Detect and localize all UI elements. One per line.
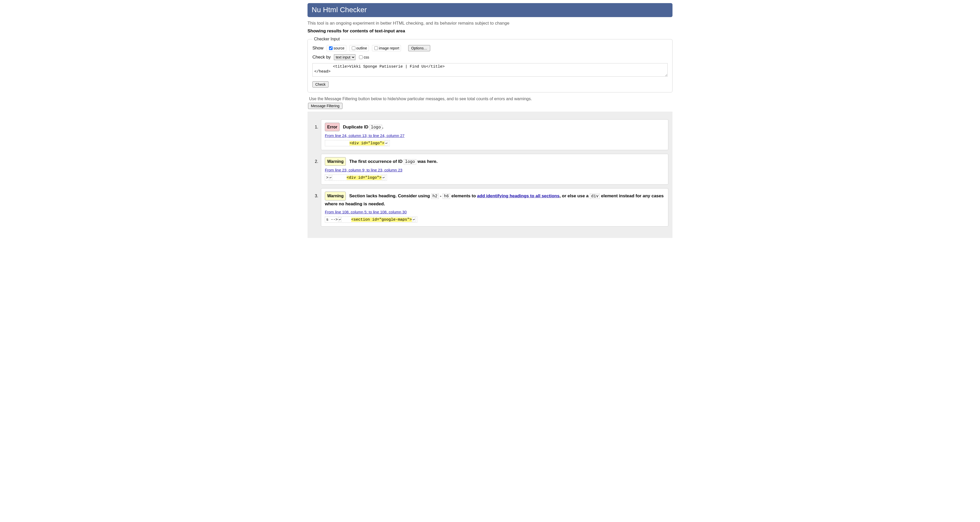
message-extract: <div id="logo">↩ xyxy=(325,140,390,146)
source-checkbox[interactable] xyxy=(329,46,332,50)
message-filtering-button[interactable]: Message Filtering xyxy=(308,103,342,109)
image-report-checkbox[interactable] xyxy=(374,46,378,50)
checker-input-legend: Checker Input xyxy=(312,37,341,41)
message-help-link[interactable]: add identifying headings to all sections xyxy=(477,193,559,198)
results-panel: Error Duplicate ID logo.From line 24, co… xyxy=(307,111,673,238)
warning-badge: Warning xyxy=(325,157,346,166)
source-checkbox-label: source xyxy=(334,46,345,50)
message-heading: Warning The first occurrence of ID logo … xyxy=(325,157,665,166)
source-checkbox-wrap[interactable]: source xyxy=(327,45,346,51)
show-row: Show source outline image report Options… xyxy=(312,45,668,51)
css-checkbox[interactable] xyxy=(359,56,363,59)
code-chip: logo xyxy=(404,159,416,164)
check-button[interactable]: Check xyxy=(312,81,328,88)
check-by-label: Check by xyxy=(312,55,331,60)
filter-note: Use the Message Filtering button below t… xyxy=(309,97,673,101)
options-button[interactable]: Options… xyxy=(408,45,430,51)
message-extract: s -->↩ <section id="google-maps">↩ xyxy=(325,216,417,223)
image-report-checkbox-wrap[interactable]: image report xyxy=(372,45,401,51)
outline-checkbox[interactable] xyxy=(352,46,355,50)
code-chip: h2 xyxy=(431,194,439,199)
error-badge: Error xyxy=(325,123,340,131)
outline-checkbox-wrap[interactable]: outline xyxy=(350,45,369,51)
outline-checkbox-label: outline xyxy=(356,46,367,50)
check-by-row: Check by text input css xyxy=(312,54,668,60)
message-item: Warning The first occurrence of ID logo … xyxy=(320,154,668,185)
show-label: Show xyxy=(312,46,324,51)
message-list: Error Duplicate ID logo.From line 24, co… xyxy=(312,119,668,226)
page-banner: Nu Html Checker xyxy=(307,3,673,17)
message-item: Error Duplicate ID logo.From line 24, co… xyxy=(320,119,668,150)
message-location-link[interactable]: From line 24, column 13; to line 24, col… xyxy=(325,133,404,138)
message-location-link[interactable]: From line 23, column 9; to line 23, colu… xyxy=(325,168,402,172)
code-chip: div xyxy=(590,194,600,199)
warning-badge: Warning xyxy=(325,192,346,200)
code-chip: logo xyxy=(370,125,382,130)
message-extract: >↩ <div id="logo">↩ xyxy=(325,175,387,181)
message-heading: Warning Section lacks heading. Consider … xyxy=(325,192,665,208)
message-item: Warning Section lacks heading. Consider … xyxy=(320,188,668,226)
checker-input-fieldset: Checker Input Show source outline image … xyxy=(307,37,673,92)
css-checkbox-label: css xyxy=(364,55,369,59)
check-by-select[interactable]: text input xyxy=(334,54,355,60)
image-report-checkbox-label: image report xyxy=(379,46,399,50)
results-subheading: Showing results for contents of text-inp… xyxy=(307,29,673,33)
page-title: Nu Html Checker xyxy=(312,6,668,14)
message-location-link[interactable]: From line 108, column 5; to line 108, co… xyxy=(325,210,407,214)
source-textarea[interactable] xyxy=(312,63,668,76)
intro-text: This tool is an ongoing experiment in be… xyxy=(307,21,673,26)
message-heading: Error Duplicate ID logo. xyxy=(325,123,665,131)
code-chip: h6 xyxy=(442,194,450,199)
css-checkbox-wrap[interactable]: css xyxy=(357,54,371,60)
